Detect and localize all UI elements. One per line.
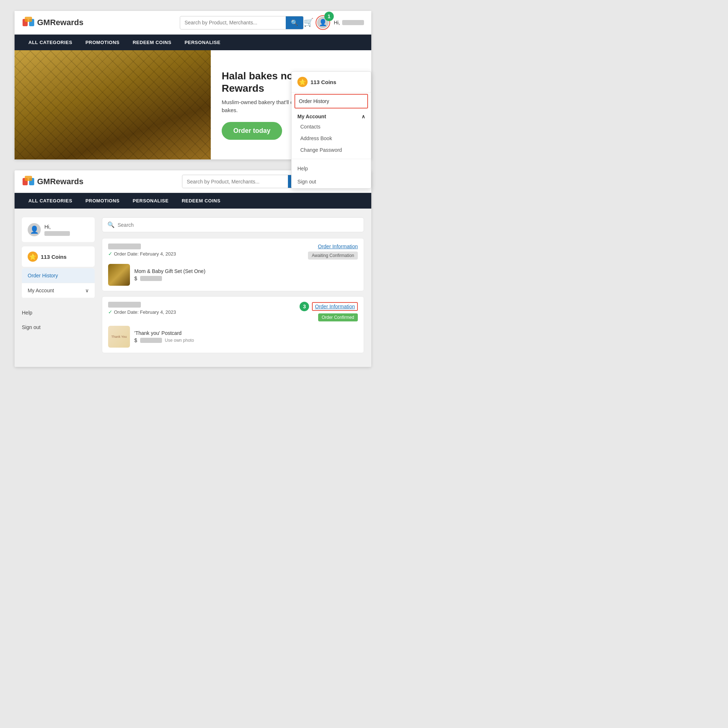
order-search-icon: 🔍	[107, 221, 115, 228]
order-2-date-icon: ✓	[108, 309, 112, 315]
logo-icon-2	[22, 175, 35, 188]
sidebar-order-history[interactable]: Order History	[22, 268, 95, 283]
order-2-price-row: $ Use own photo	[134, 337, 194, 343]
logo-1: GMRewards	[22, 16, 83, 29]
dropdown-coins-row: ⭐ 113 Coins	[292, 72, 371, 92]
order-1-info-col: Order Information Awaiting Confirmation	[308, 243, 358, 260]
search-bar-1[interactable]: 🔍	[180, 16, 304, 29]
search-bar-2[interactable]: 🔍	[182, 175, 306, 188]
order-2-badge-link-row: 3 Order Information	[300, 302, 358, 311]
order-1-thumb-image	[108, 264, 130, 286]
order-1-price-prefix: $	[134, 275, 137, 281]
sidebar-coins-card: ⭐ 113 Coins	[22, 246, 95, 267]
sidebar: 👤 Hi, ⭐ 113 Coins Order History My Accou…	[22, 217, 95, 358]
nav-bar-1: ALL CATEGORIES PROMOTIONS REDEEM COINS P…	[15, 35, 371, 50]
order-today-button[interactable]: Order today	[222, 122, 282, 140]
nav-promotions-1[interactable]: PROMOTIONS	[79, 35, 126, 50]
dropdown-divider	[292, 159, 371, 159]
order-2-product-name: 'Thank you' Postcard	[134, 330, 194, 336]
badge-1: 1	[324, 12, 334, 21]
order-2-product: Thank You 'Thank you' Postcard $ Use own…	[108, 326, 358, 348]
nav-personalise-2[interactable]: PERSONALISE	[126, 193, 175, 209]
order-card-1: ✓ Order Date: February 4, 2023 Order Inf…	[102, 238, 364, 291]
dropdown-my-account-header[interactable]: My Account ∧	[292, 110, 371, 121]
order-list: 🔍 ✓ Order Date: February 4, 2023 Order I…	[102, 217, 364, 358]
sidebar-nav: Order History My Account ∨	[22, 268, 95, 298]
search-button-1[interactable]: 🔍	[286, 16, 303, 29]
nav-all-categories-2[interactable]: ALL CATEGORIES	[22, 193, 79, 209]
sidebar-coin-star: ⭐	[28, 252, 38, 262]
sidebar-divider	[22, 298, 95, 305]
logo-2: GMRewards	[22, 175, 83, 188]
sidebar-user-card: 👤 Hi,	[22, 217, 95, 242]
sidebar-hi-label: Hi,	[44, 224, 50, 230]
order-2-product-info: 'Thank you' Postcard $ Use own photo	[134, 330, 194, 343]
sidebar-coins-row: ⭐ 113 Coins	[28, 252, 89, 262]
screenshot-1: GMRewards 🔍 🛒 👤 1 Hi, ALL CATEGORIES PRO…	[15, 11, 371, 159]
order-2-status: Order Confirmed	[318, 314, 358, 321]
order-1-product-name: Mom & Baby Gift Set (Set One)	[134, 268, 205, 274]
dropdown-help[interactable]: Help	[292, 162, 371, 175]
order-2-info-link[interactable]: Order Information	[312, 302, 358, 311]
order-2-info-col: 3 Order Information Order Confirmed	[300, 302, 358, 321]
nav-personalise-1[interactable]: PERSONALISE	[178, 35, 227, 50]
hero-pattern	[15, 50, 211, 159]
order-2-date: ✓ Order Date: February 4, 2023	[108, 309, 176, 315]
dropdown-contacts[interactable]: Contacts	[292, 121, 371, 133]
order-2-thumb-image: Thank You	[108, 326, 130, 348]
nav-promotions-2[interactable]: PROMOTIONS	[79, 193, 126, 209]
nav-redeem-coins-1[interactable]: REDEEM COINS	[126, 35, 177, 50]
dropdown-change-password[interactable]: Change Password	[292, 144, 371, 156]
sidebar-my-account[interactable]: My Account ∨	[22, 283, 95, 298]
sidebar-coins-label: 113 Coins	[41, 254, 67, 260]
sidebar-avatar: 👤	[28, 223, 41, 236]
order-2-number-col: ✓ Order Date: February 4, 2023	[108, 302, 176, 315]
order-1-product: Mom & Baby Gift Set (Set One) $	[108, 264, 358, 286]
logo-text-2: GMRewards	[37, 177, 83, 187]
dropdown-sign-out[interactable]: Sign out	[292, 175, 371, 188]
hero-image	[15, 50, 211, 159]
sidebar-help[interactable]: Help	[22, 305, 95, 320]
badge-3: 3	[300, 302, 309, 311]
logo-icon-1	[22, 16, 35, 29]
order-2-thumb: Thank You	[108, 326, 130, 348]
dropdown-address-book[interactable]: Address Book	[292, 133, 371, 144]
order-card-2-header: ✓ Order Date: February 4, 2023 3 Order I…	[108, 302, 358, 321]
search-input-1[interactable]	[180, 17, 286, 28]
order-2-price-prefix: $	[134, 337, 137, 343]
nav-bar-2: ALL CATEGORIES PROMOTIONS PERSONALISE RE…	[15, 193, 371, 209]
hi-text-1: Hi,	[334, 20, 340, 26]
order-1-info-link[interactable]: Order Information	[318, 243, 358, 249]
username-blur-1	[342, 20, 364, 25]
logo-text-1: GMRewards	[37, 18, 83, 27]
order-1-number-blur	[108, 243, 141, 249]
cart-button-1[interactable]: 🛒	[304, 18, 314, 27]
order-2-price-blur	[140, 338, 162, 343]
chevron-up-icon: ∧	[361, 113, 365, 119]
dropdown-menu: ⭐ 113 Coins Order History My Account ∧ C…	[291, 71, 371, 188]
nav-redeem-coins-2[interactable]: REDEEM COINS	[175, 193, 227, 209]
order-1-price-blur	[140, 276, 162, 281]
order-card-1-header: ✓ Order Date: February 4, 2023 Order Inf…	[108, 243, 358, 260]
dropdown-order-history[interactable]: Order History	[294, 94, 368, 109]
screenshot-2: GMRewards 🔍 🛒 👤 Hi, ALL CATEGORIES PROMO…	[15, 170, 371, 367]
order-card-2: ✓ Order Date: February 4, 2023 3 Order I…	[102, 296, 364, 353]
hero-wrapper: Halal bakes now on GM Rewards Muslim-own…	[15, 50, 371, 159]
order-2-use-photo: Use own photo	[165, 338, 194, 343]
order-1-date: ✓ Order Date: February 4, 2023	[108, 251, 176, 257]
search-input-2[interactable]	[182, 176, 288, 187]
nav-all-categories-1[interactable]: ALL CATEGORIES	[22, 35, 79, 50]
dropdown-coins-label: 113 Coins	[310, 79, 336, 85]
order-2-number-blur	[108, 302, 141, 307]
header-1: GMRewards 🔍 🛒 👤 1 Hi,	[15, 11, 371, 35]
svg-rect-2	[25, 17, 32, 22]
sidebar-sign-out[interactable]: Sign out	[22, 320, 95, 335]
order-search-input[interactable]	[118, 222, 359, 228]
order-1-product-info: Mom & Baby Gift Set (Set One) $	[134, 268, 205, 281]
coin-star-icon: ⭐	[297, 77, 307, 87]
chevron-down-icon: ∨	[85, 288, 89, 294]
order-1-status: Awaiting Confirmation	[308, 252, 358, 260]
order-search-box[interactable]: 🔍	[102, 217, 364, 232]
order-1-price-row: $	[134, 275, 205, 281]
sidebar-username-blur	[44, 231, 70, 236]
